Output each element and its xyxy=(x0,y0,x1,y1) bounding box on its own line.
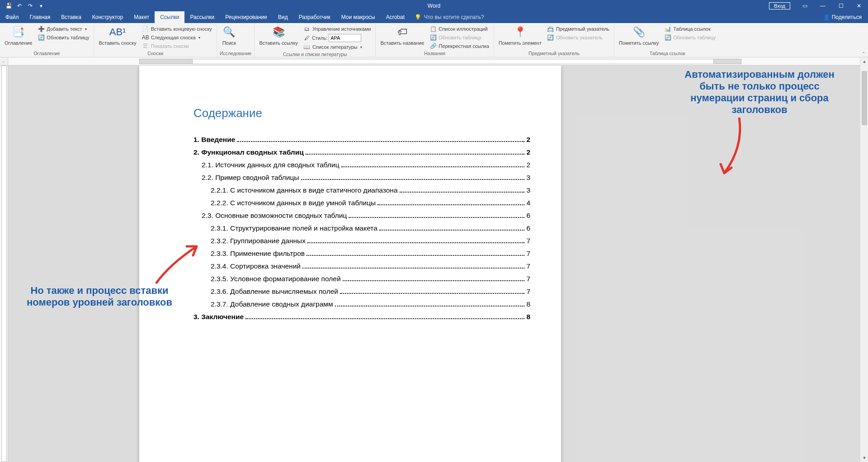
vertical-scrollbar[interactable]: ▲ ▼ xyxy=(860,57,868,462)
toc-entry-page: 4 xyxy=(526,199,530,207)
toc-leader-dots xyxy=(341,166,525,167)
share-button[interactable]: 👤 Поделиться xyxy=(817,11,868,23)
tell-me-label: Что вы хотите сделать? xyxy=(424,14,484,20)
toc-entry[interactable]: 1. Введение 2 xyxy=(193,136,530,144)
insert-toa-button[interactable]: 📊Таблица ссылок xyxy=(662,25,717,33)
toc-button[interactable]: 📑 Оглавление xyxy=(3,24,34,46)
update-toa-icon: 🔄 xyxy=(664,34,671,41)
update-captions-label: Обновить таблицу xyxy=(439,35,481,40)
update-index-icon: 🔄 xyxy=(547,34,554,41)
citation-icon: 📚 xyxy=(271,25,286,39)
bibliography-icon: 📖 xyxy=(303,43,311,51)
mark-citation-button[interactable]: 📎 Пометить ссылку xyxy=(617,24,660,46)
toc-entry[interactable]: 2.3.1. Структурирование полей и настройк… xyxy=(193,224,530,232)
toc-leader-dots xyxy=(306,154,525,155)
redo-icon[interactable]: ↷ xyxy=(25,1,35,11)
tab-references[interactable]: Ссылки xyxy=(155,11,184,23)
toc-entry[interactable]: 2.3.7. Добавление сводных диаграмм 8 xyxy=(193,300,530,308)
group-captions: 🏷 Вставить название 📋Список иллюстраций … xyxy=(376,23,494,57)
toc-entry[interactable]: 2.2.2. С источником данных в виде умной … xyxy=(193,199,530,207)
toc-entry[interactable]: 2.3.4. Сортировка значений 7 xyxy=(193,262,530,270)
maximize-icon[interactable]: ☐ xyxy=(832,0,850,11)
scrollbar-thumb[interactable] xyxy=(862,71,867,125)
update-toa-button[interactable]: 🔄Обновить таблицу xyxy=(662,33,717,42)
tab-acrobat[interactable]: Acrobat xyxy=(381,11,410,23)
toc-entry-text: 2.2. Пример сводной таблицы xyxy=(202,174,299,182)
group-captions-label: Названия xyxy=(378,50,491,57)
update-toc-button[interactable]: 🔄Обновить таблицу xyxy=(36,33,91,42)
scroll-up-icon[interactable]: ▲ xyxy=(860,57,868,66)
manage-sources-button[interactable]: 🗂Управление источниками xyxy=(302,25,373,33)
insert-endnote-button[interactable]: 📄Вставить концевую сноску xyxy=(140,25,214,33)
search-button[interactable]: 🔍 Поиск xyxy=(220,24,239,46)
insert-index-button[interactable]: 📇Предметный указатель xyxy=(545,25,611,33)
toc-entry[interactable]: 2.2.1. С источником данных в виде статич… xyxy=(193,186,530,194)
tab-layout[interactable]: Макет xyxy=(128,11,155,23)
scroll-down-icon[interactable]: ▼ xyxy=(860,454,868,462)
ruler-horizontal[interactable] xyxy=(8,57,868,66)
tell-me-search[interactable]: 💡 Что вы хотите сделать? xyxy=(410,11,489,23)
tab-review[interactable]: Рецензирование xyxy=(220,11,273,23)
share-icon: 👤 xyxy=(823,14,830,20)
update-index-button[interactable]: 🔄Обновить указатель xyxy=(545,33,611,42)
tab-mailings[interactable]: Рассылки xyxy=(184,11,220,23)
undo-icon[interactable]: ↶ xyxy=(14,1,24,11)
toc-entry[interactable]: 2.3.2. Группирование данных 7 xyxy=(193,237,530,245)
show-notes-button[interactable]: ☰Показать сноски xyxy=(140,42,214,50)
page-title: Содержание xyxy=(193,106,530,120)
crossref-label: Перекрестная ссылка xyxy=(439,43,489,49)
insert-caption-button[interactable]: 🏷 Вставить название xyxy=(378,24,426,46)
next-footnote-button[interactable]: ABСледующая сноска▾ xyxy=(140,33,214,42)
insert-citation-button[interactable]: 📚 Вставить ссылку xyxy=(257,24,299,46)
tab-developer[interactable]: Разработчик xyxy=(293,11,336,23)
minimize-icon[interactable]: — xyxy=(814,0,832,11)
collapse-ribbon-icon[interactable]: ⌃ xyxy=(862,51,865,56)
mark-entry-button[interactable]: 📍 Пометить элемент xyxy=(497,24,543,46)
tab-file[interactable]: Файл xyxy=(0,11,24,23)
table-of-contents: 1. Введение 22. Функционал сводных табли… xyxy=(193,136,530,321)
close-icon[interactable]: ✕ xyxy=(850,0,868,11)
toc-entry[interactable]: 2.3.5. Условное форматирование полей 7 xyxy=(193,275,530,283)
signin-button[interactable]: Вход xyxy=(769,2,790,9)
toc-entry[interactable]: 2.1. Источник данных для сводных таблиц … xyxy=(193,161,530,169)
group-citations-label: Ссылки и списки литературы xyxy=(257,51,373,58)
insert-footnote-button[interactable]: AB¹ Вставить сноску xyxy=(97,24,138,46)
ribbon-display-options-icon[interactable]: ▭ xyxy=(796,0,814,11)
save-icon[interactable]: 💾 xyxy=(4,1,14,11)
tab-mymacros[interactable]: Мои макросы xyxy=(336,11,381,23)
toc-entry-text: 2.3.5. Условное форматирование полей xyxy=(211,275,341,283)
add-text-button[interactable]: ➕Добавить текст▾ xyxy=(36,25,91,33)
bibliography-button[interactable]: 📖Список литературы▾ xyxy=(302,43,373,51)
toc-entry[interactable]: 2.3.3. Применение фильтров 7 xyxy=(193,250,530,258)
toc-leader-dots xyxy=(237,141,524,142)
tab-insert[interactable]: Вставка xyxy=(56,11,87,23)
ribbon: 📑 Оглавление ➕Добавить текст▾ 🔄Обновить … xyxy=(0,23,868,57)
qat-customize-icon[interactable]: ▾ xyxy=(36,1,46,11)
tab-home[interactable]: Главная xyxy=(24,11,56,23)
update-index-label: Обновить указатель xyxy=(556,35,603,40)
endnote-label: Вставить концевую сноску xyxy=(151,26,212,32)
toc-entry-text: 1. Введение xyxy=(193,136,235,144)
cross-reference-button[interactable]: 🔗Перекрестная ссылка xyxy=(428,42,491,50)
toc-entry[interactable]: 3. Заключение 8 xyxy=(193,313,530,321)
toc-entry[interactable]: 2.3. Основные возможности сводных таблиц… xyxy=(193,212,530,220)
toc-entry[interactable]: 2. Функционал сводных таблиц 2 xyxy=(193,148,530,156)
toc-leader-dots xyxy=(349,217,524,218)
toc-label: Оглавление xyxy=(5,40,32,46)
update-toc-label: Обновить таблицу xyxy=(47,35,89,40)
crossref-icon: 🔗 xyxy=(429,42,437,50)
update-captions-button[interactable]: 🔄Обновить таблицу xyxy=(428,33,491,42)
toc-entry[interactable]: 2.2. Пример сводной таблицы 3 xyxy=(193,174,530,182)
tab-design[interactable]: Конструктор xyxy=(87,11,128,23)
search-icon: 🔍 xyxy=(222,25,236,39)
tab-view[interactable]: Вид xyxy=(273,11,293,23)
update-toc-icon: 🔄 xyxy=(38,34,45,41)
document-page[interactable]: Содержание 1. Введение 22. Функционал св… xyxy=(139,66,561,462)
toc-entry-text: 2.3.1. Структурирование полей и настройк… xyxy=(211,224,377,232)
ruler-vertical[interactable] xyxy=(0,66,8,462)
citation-style-select[interactable] xyxy=(329,34,361,42)
document-workspace[interactable]: Содержание 1. Введение 22. Функционал св… xyxy=(8,66,860,462)
illustrations-list-button[interactable]: 📋Список иллюстраций xyxy=(428,25,491,33)
manage-sources-label: Управление источниками xyxy=(312,26,371,32)
toc-entry[interactable]: 2.3.6. Добавление вычисляемых полей 7 xyxy=(193,288,530,296)
